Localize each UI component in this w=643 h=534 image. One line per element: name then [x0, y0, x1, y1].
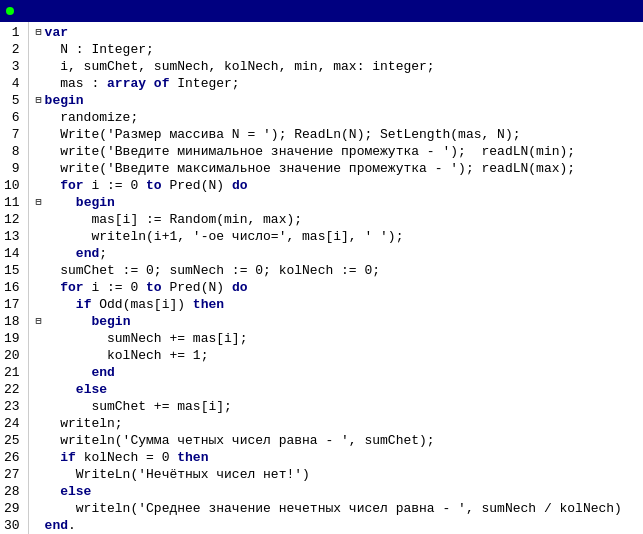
keyword: else	[76, 382, 107, 397]
no-icon	[33, 466, 45, 483]
code-text: writeln;	[45, 415, 123, 432]
no-icon	[33, 517, 45, 534]
code-line: sumChet += mas[i];	[33, 398, 639, 415]
line-number: 25	[4, 432, 24, 449]
code-line: end	[33, 364, 639, 381]
code-text: for i := 0 to Pred(N) do	[45, 177, 248, 194]
code-line: mas : array of Integer;	[33, 75, 639, 92]
code-line: ⊟var	[33, 24, 639, 41]
code-text: begin	[45, 313, 131, 330]
collapse-icon[interactable]: ⊟	[33, 24, 45, 41]
code-text: writeln(i+1, '-ое число=', mas[i], ' ');	[45, 228, 404, 245]
no-icon	[33, 381, 45, 398]
line-number: 1	[4, 24, 24, 41]
keyword: do	[232, 178, 248, 193]
window: 1234567891011121314151617181920212223242…	[0, 0, 643, 534]
no-icon	[33, 449, 45, 466]
code-text: sumChet += mas[i];	[45, 398, 232, 415]
no-icon	[33, 279, 45, 296]
keyword: begin	[45, 93, 84, 108]
code-line: write('Введите максимальное значение про…	[33, 160, 639, 177]
code-text: sumChet := 0; sumNech := 0; kolNech := 0…	[45, 262, 380, 279]
keyword: else	[60, 484, 91, 499]
no-icon	[33, 415, 45, 432]
no-icon	[33, 228, 45, 245]
keyword: to	[146, 280, 162, 295]
no-icon	[33, 262, 45, 279]
collapse-icon[interactable]: ⊟	[33, 313, 45, 330]
line-number: 20	[4, 347, 24, 364]
no-icon	[33, 58, 45, 75]
code-text: Write('Размер массива N = '); ReadLn(N);…	[45, 126, 521, 143]
no-icon	[33, 126, 45, 143]
line-number: 18	[4, 313, 24, 330]
keyword: do	[232, 280, 248, 295]
code-line: ⊟ begin	[33, 194, 639, 211]
line-number: 14	[4, 245, 24, 262]
code-text: if Odd(mas[i]) then	[45, 296, 224, 313]
keyword: begin	[91, 314, 130, 329]
code-line: writeln;	[33, 415, 639, 432]
code-line: N : Integer;	[33, 41, 639, 58]
line-number: 26	[4, 449, 24, 466]
code-text: i, sumChet, sumNech, kolNech, min, max: …	[45, 58, 435, 75]
code-text: end	[45, 364, 115, 381]
code-text: mas : array of Integer;	[45, 75, 240, 92]
no-icon	[33, 347, 45, 364]
line-number: 29	[4, 500, 24, 517]
line-number: 12	[4, 211, 24, 228]
line-number: 10	[4, 177, 24, 194]
no-icon	[33, 483, 45, 500]
code-line: i, sumChet, sumNech, kolNech, min, max: …	[33, 58, 639, 75]
code-text: else	[45, 483, 92, 500]
code-line: write('Введите минимальное значение пром…	[33, 143, 639, 160]
keyword: then	[193, 297, 224, 312]
code-line: mas[i] := Random(min, max);	[33, 211, 639, 228]
no-icon	[33, 245, 45, 262]
line-number: 15	[4, 262, 24, 279]
collapse-icon[interactable]: ⊟	[33, 92, 45, 109]
code-text: if kolNech = 0 then	[45, 449, 209, 466]
line-number: 11	[4, 194, 24, 211]
code-line: end;	[33, 245, 639, 262]
code-text: writeln('Сумма четных чисел равна - ', s…	[45, 432, 435, 449]
code-text: WriteLn('Нечётных чисел нет!')	[45, 466, 310, 483]
code-line: Write('Размер массива N = '); ReadLn(N);…	[33, 126, 639, 143]
no-icon	[33, 177, 45, 194]
keyword: if	[60, 450, 76, 465]
line-number: 22	[4, 381, 24, 398]
line-number: 24	[4, 415, 24, 432]
keyword: var	[45, 25, 68, 40]
code-text: write('Введите минимальное значение пром…	[45, 143, 576, 160]
code-text: else	[45, 381, 107, 398]
title-bar	[0, 0, 643, 22]
code-text: writeln('Среднее значение нечетных чисел…	[45, 500, 622, 517]
code-line: writeln('Сумма четных чисел равна - ', s…	[33, 432, 639, 449]
line-number: 8	[4, 143, 24, 160]
code-text: begin	[45, 194, 115, 211]
collapse-icon[interactable]: ⊟	[33, 194, 45, 211]
code-text: var	[45, 24, 68, 41]
line-number: 28	[4, 483, 24, 500]
keyword: then	[177, 450, 208, 465]
no-icon	[33, 211, 45, 228]
code-line: WriteLn('Нечётных чисел нет!')	[33, 466, 639, 483]
line-number: 23	[4, 398, 24, 415]
code-line: ⊟begin	[33, 92, 639, 109]
line-number: 19	[4, 330, 24, 347]
no-icon	[33, 296, 45, 313]
no-icon	[33, 143, 45, 160]
code-line: sumNech += mas[i];	[33, 330, 639, 347]
code-line: if Odd(mas[i]) then	[33, 296, 639, 313]
line-number: 17	[4, 296, 24, 313]
keyword: end	[91, 365, 114, 380]
code-line: ⊟ begin	[33, 313, 639, 330]
code-area: 1234567891011121314151617181920212223242…	[0, 22, 643, 534]
code-line: for i := 0 to Pred(N) do	[33, 177, 639, 194]
keyword: array of	[107, 76, 169, 91]
no-icon	[33, 109, 45, 126]
code-text: N : Integer;	[45, 41, 154, 58]
no-icon	[33, 398, 45, 415]
code-line: else	[33, 381, 639, 398]
line-number: 30	[4, 517, 24, 534]
